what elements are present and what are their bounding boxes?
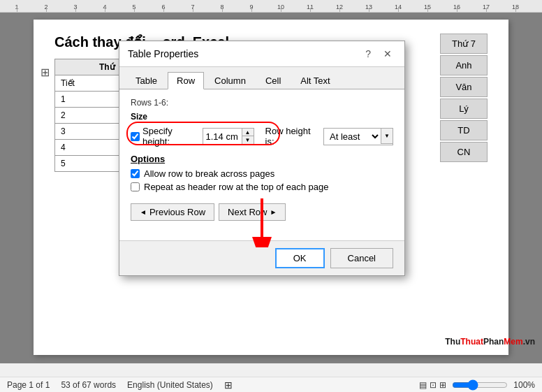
web-view-icon[interactable]: ⊡ bbox=[430, 380, 437, 390]
prev-arrow-icon: ◄ bbox=[140, 208, 147, 216]
ruler-tick bbox=[46, 8, 47, 12]
size-section: Size Specify height: ▲ ▼ bbox=[131, 112, 393, 147]
ruler-tick bbox=[339, 8, 340, 12]
select-arrow: ▼ bbox=[381, 129, 393, 144]
ruler-tick bbox=[398, 8, 399, 12]
select-down-btn[interactable]: ▼ bbox=[381, 129, 393, 144]
allow-break-label: Allow row to break across pages bbox=[144, 168, 274, 179]
tab-row[interactable]: Row bbox=[168, 72, 204, 89]
prev-row-label: Previous Row bbox=[149, 207, 205, 217]
allow-break-row: Allow row to break across pages bbox=[131, 168, 393, 179]
document-area: Cách thay đổi … ord, Excel ⊞ Thứ Th Tiết bbox=[0, 13, 542, 363]
words-status: 53 of 67 words bbox=[61, 380, 116, 390]
ruler-tick bbox=[17, 8, 17, 12]
ruler-tick bbox=[251, 8, 252, 12]
zoom-level: 100% bbox=[513, 380, 535, 390]
size-label: Size bbox=[131, 112, 393, 122]
row-height-select[interactable]: At least Exactly bbox=[324, 129, 381, 145]
ruler-tick bbox=[134, 8, 135, 12]
rows-label: Rows 1-6: bbox=[131, 98, 393, 108]
dialog-overlay: Table Properties ? ✕ Table Row Column Ce… bbox=[0, 13, 542, 363]
spin-down-button[interactable]: ▼ bbox=[242, 136, 254, 144]
print-view-icon[interactable]: ▤ bbox=[419, 380, 427, 390]
dialog-footer: OK Cancel bbox=[119, 240, 404, 275]
ruler-tick bbox=[457, 8, 457, 12]
options-section: Options Allow row to break across pages … bbox=[131, 154, 393, 192]
ruler-tick bbox=[427, 8, 428, 12]
ruler-tick bbox=[193, 8, 193, 12]
previous-row-button[interactable]: ◄ Previous Row bbox=[131, 203, 214, 221]
spin-buttons: ▲ ▼ bbox=[242, 129, 254, 144]
atleast-select-wrap[interactable]: At least Exactly ▼ bbox=[323, 128, 393, 145]
repeat-header-checkbox[interactable] bbox=[131, 182, 140, 191]
statusbar: Page 1 of 1 53 of 67 words English (Unit… bbox=[0, 377, 542, 392]
ruler-tick bbox=[310, 8, 311, 12]
size-row: Specify height: ▲ ▼ Row height is: bbox=[131, 126, 393, 147]
tab-column[interactable]: Column bbox=[205, 72, 255, 89]
height-input[interactable] bbox=[203, 130, 242, 143]
ok-button[interactable]: OK bbox=[275, 248, 325, 268]
tab-cell[interactable]: Cell bbox=[256, 72, 290, 89]
dialog-tabs: Table Row Column Cell Alt Text bbox=[119, 67, 404, 89]
specify-height-checkbox[interactable] bbox=[131, 132, 140, 141]
layout-icon[interactable]: ⊞ bbox=[224, 379, 233, 391]
table-properties-dialog: Table Properties ? ✕ Table Row Column Ce… bbox=[119, 41, 405, 276]
options-title: Options bbox=[131, 154, 393, 164]
tab-alt-text[interactable]: Alt Text bbox=[291, 72, 339, 89]
dialog-title: Table Properties bbox=[128, 48, 198, 59]
specify-height-text: Specify height: bbox=[142, 126, 197, 147]
status-right: ▤ ⊡ ⊞ 100% bbox=[419, 379, 535, 391]
page-status: Page 1 of 1 bbox=[7, 380, 50, 390]
language-status: English (United States) bbox=[127, 380, 213, 390]
zoom-slider[interactable] bbox=[452, 379, 508, 391]
height-input-wrap[interactable]: ▲ ▼ bbox=[203, 128, 254, 145]
ruler: // will render inline 123456789101112131… bbox=[0, 0, 542, 13]
repeat-header-label: Repeat as header row at the top of each … bbox=[144, 182, 329, 192]
ruler-tick bbox=[105, 8, 105, 12]
repeat-header-row: Repeat as header row at the top of each … bbox=[131, 182, 393, 192]
ruler-tick bbox=[369, 8, 369, 12]
ruler-tick bbox=[222, 8, 223, 12]
tab-table[interactable]: Table bbox=[126, 72, 166, 89]
dialog-controls: ? ✕ bbox=[361, 47, 396, 61]
help-button[interactable]: ? bbox=[361, 47, 375, 61]
row-height-label: Row height is: bbox=[265, 126, 318, 147]
ruler-tick bbox=[515, 8, 516, 12]
cancel-button[interactable]: Cancel bbox=[330, 248, 393, 268]
allow-break-checkbox[interactable] bbox=[131, 169, 140, 178]
red-arrow-icon bbox=[241, 198, 283, 247]
ruler-tick bbox=[163, 8, 164, 12]
ruler-tick bbox=[281, 8, 281, 12]
read-view-icon[interactable]: ⊞ bbox=[439, 380, 446, 390]
ruler-tick bbox=[75, 8, 76, 12]
ruler-tick bbox=[486, 8, 487, 12]
view-icons: ▤ ⊡ ⊞ bbox=[419, 380, 446, 390]
spin-up-button[interactable]: ▲ bbox=[242, 129, 254, 136]
close-button[interactable]: ✕ bbox=[379, 47, 396, 61]
specify-height-label[interactable]: Specify height: bbox=[131, 126, 197, 147]
dialog-titlebar: Table Properties ? ✕ bbox=[119, 41, 404, 67]
